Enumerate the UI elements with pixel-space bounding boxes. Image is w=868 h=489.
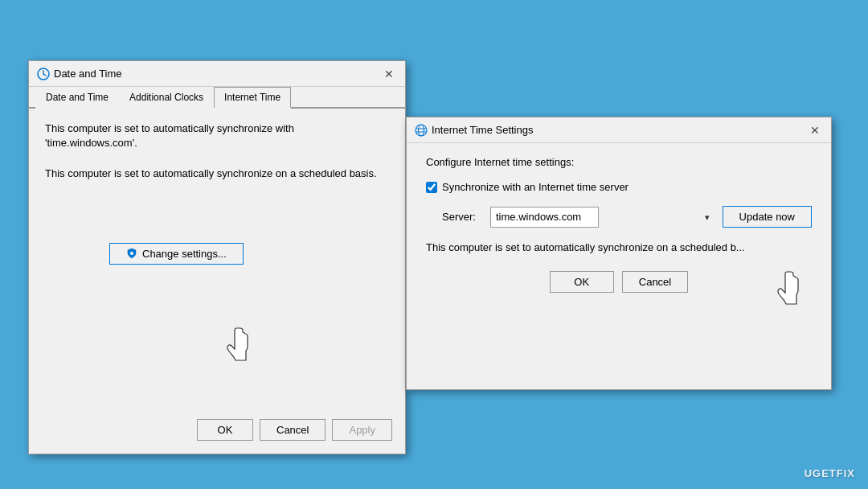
shield-icon: [126, 248, 137, 259]
tab-internet-time[interactable]: Internet Time: [214, 87, 291, 109]
globe-icon: [415, 124, 428, 137]
clock-icon: [37, 68, 50, 80]
cursor-hand-1: [222, 327, 258, 371]
dialog-date-time: Date and Time ✕ Date and Time Additional…: [28, 60, 406, 454]
datetime-apply-button[interactable]: Apply: [332, 419, 392, 441]
internet-ok-button[interactable]: OK: [550, 271, 614, 293]
sync-checkbox[interactable]: [426, 182, 437, 193]
datetime-content: This computer is set to automatically sy…: [29, 109, 405, 277]
internet-footer: OK Cancel: [426, 271, 812, 293]
datetime-close-button[interactable]: ✕: [381, 66, 397, 82]
cursor-hand-2: [772, 270, 809, 314]
tab-date-time[interactable]: Date and Time: [35, 87, 119, 109]
its-sync-text: This computer is set to automatically sy…: [426, 240, 812, 255]
sync-text-1: This computer is set to automatically sy…: [45, 121, 389, 150]
internet-cancel-button[interactable]: Cancel: [622, 271, 688, 293]
sync-checkbox-row: Synchronize with an Internet time server: [426, 181, 812, 193]
server-row: Server: time.windows.com time.nist.gov p…: [426, 206, 812, 228]
svg-point-5: [419, 125, 424, 136]
internet-content: Configure Internet time settings: Synchr…: [407, 143, 831, 306]
update-now-button[interactable]: Update now: [723, 206, 812, 228]
server-select[interactable]: time.windows.com time.nist.gov pool.ntp.…: [490, 207, 599, 228]
dialog-datetime-title: Date and Time: [54, 68, 381, 80]
change-settings-button[interactable]: Change settings...: [109, 243, 244, 265]
svg-point-4: [416, 125, 427, 136]
datetime-cancel-button[interactable]: Cancel: [260, 419, 326, 441]
svg-point-3: [130, 252, 133, 255]
server-label: Server:: [442, 211, 482, 223]
sync-checkbox-label: Synchronize with an Internet time server: [442, 181, 628, 193]
its-heading: Configure Internet time settings:: [426, 156, 812, 168]
datetime-ok-button[interactable]: OK: [197, 419, 253, 441]
title-bar-internet: Internet Time Settings ✕: [407, 117, 831, 143]
sync-text-2: This computer is set to automatically sy…: [45, 166, 389, 181]
internet-close-button[interactable]: ✕: [807, 122, 823, 138]
tab-bar: Date and Time Additional Clocks Internet…: [29, 87, 405, 109]
title-bar-datetime: Date and Time ✕: [29, 61, 405, 87]
dialog-internet-time: Internet Time Settings ✕ Configure Inter…: [406, 117, 832, 390]
svg-line-2: [43, 74, 46, 76]
datetime-footer: OK Cancel Apply: [197, 419, 392, 441]
dialog-internet-title: Internet Time Settings: [432, 124, 807, 136]
tab-additional-clocks[interactable]: Additional Clocks: [119, 87, 214, 109]
server-select-wrapper: time.windows.com time.nist.gov pool.ntp.…: [490, 207, 714, 228]
watermark: UGETFIX: [805, 467, 855, 479]
